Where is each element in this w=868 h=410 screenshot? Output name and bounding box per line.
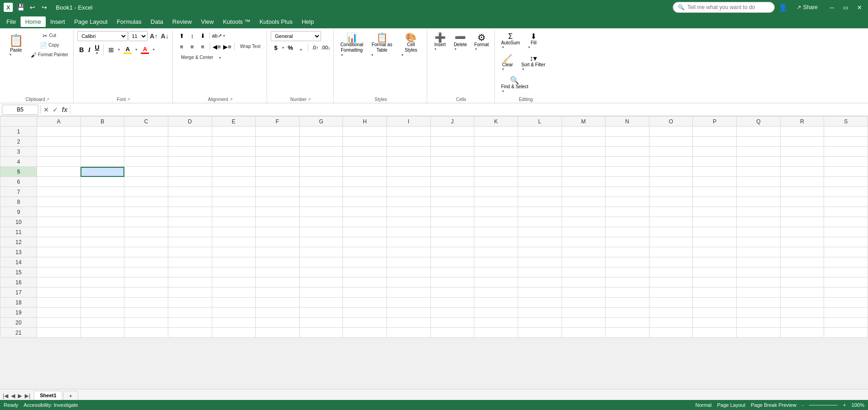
cell-H4[interactable] bbox=[343, 157, 387, 167]
cell-N12[interactable] bbox=[605, 237, 649, 247]
cell-Q15[interactable] bbox=[737, 267, 781, 277]
copy-button[interactable]: 📄 Copy bbox=[28, 41, 70, 50]
cell-A17[interactable] bbox=[37, 288, 81, 298]
cell-I2[interactable] bbox=[387, 137, 431, 147]
cell-S3[interactable] bbox=[824, 147, 868, 157]
row-header-14[interactable]: 14 bbox=[0, 257, 37, 267]
cell-J1[interactable] bbox=[430, 127, 474, 137]
cell-L18[interactable] bbox=[518, 298, 562, 308]
menu-home[interactable]: Home bbox=[21, 16, 46, 27]
cell-K12[interactable] bbox=[474, 237, 518, 247]
merge-center-dropdown[interactable]: ▾ bbox=[218, 53, 222, 62]
cell-R13[interactable] bbox=[780, 247, 824, 257]
cell-M12[interactable] bbox=[562, 237, 605, 247]
cell-D15[interactable] bbox=[168, 267, 212, 277]
cell-F13[interactable] bbox=[256, 247, 300, 257]
minimize-button[interactable]: ─ bbox=[827, 3, 837, 12]
cell-M11[interactable] bbox=[562, 227, 605, 237]
cell-Q1[interactable] bbox=[737, 127, 781, 137]
cell-P17[interactable] bbox=[693, 288, 737, 298]
formula-input[interactable] bbox=[72, 105, 866, 115]
cell-M16[interactable] bbox=[562, 277, 605, 288]
view-normal-button[interactable]: Normal bbox=[695, 402, 711, 408]
border-button[interactable]: ⊞ bbox=[106, 45, 116, 54]
cell-K5[interactable] bbox=[474, 167, 518, 177]
cell-J18[interactable] bbox=[430, 298, 474, 308]
cell-O11[interactable] bbox=[649, 227, 693, 237]
cell-C12[interactable] bbox=[124, 237, 168, 247]
add-sheet-button[interactable]: + bbox=[63, 391, 78, 400]
cell-J8[interactable] bbox=[430, 197, 474, 207]
cell-K16[interactable] bbox=[474, 277, 518, 288]
align-bottom-button[interactable]: ⬇ bbox=[198, 31, 208, 40]
cell-D6[interactable] bbox=[168, 177, 212, 187]
cell-L2[interactable] bbox=[518, 137, 562, 147]
cell-F16[interactable] bbox=[256, 277, 300, 288]
cell-F12[interactable] bbox=[256, 237, 300, 247]
cell-F3[interactable] bbox=[256, 147, 300, 157]
cell-styles-button[interactable]: 🎨 Cell Styles ▾ bbox=[398, 31, 424, 59]
cell-E13[interactable] bbox=[212, 247, 256, 257]
cell-C18[interactable] bbox=[124, 298, 168, 308]
cell-N5[interactable] bbox=[605, 167, 649, 177]
zoom-minus-button[interactable]: - bbox=[802, 402, 804, 408]
cond-fmt-dropdown[interactable]: ▾ bbox=[340, 53, 363, 57]
cell-M10[interactable] bbox=[562, 217, 605, 227]
cell-F9[interactable] bbox=[256, 207, 300, 217]
cell-R18[interactable] bbox=[780, 298, 824, 308]
row-header-21[interactable]: 21 bbox=[0, 328, 37, 338]
italic-button[interactable]: I bbox=[86, 45, 92, 54]
clear-button[interactable]: 🧹 Clear ▾ bbox=[498, 53, 517, 73]
cell-A19[interactable] bbox=[37, 308, 81, 318]
cell-G16[interactable] bbox=[299, 277, 343, 288]
cell-A11[interactable] bbox=[37, 227, 81, 237]
cell-A10[interactable] bbox=[37, 217, 81, 227]
menu-review[interactable]: Review bbox=[168, 16, 197, 27]
cell-S10[interactable] bbox=[824, 217, 868, 227]
cell-R16[interactable] bbox=[780, 277, 824, 288]
cell-D17[interactable] bbox=[168, 288, 212, 298]
autosum-button[interactable]: Σ AutoSum ▾ bbox=[498, 31, 523, 51]
cell-F5[interactable] bbox=[256, 167, 300, 177]
cell-L20[interactable] bbox=[518, 318, 562, 328]
cell-J10[interactable] bbox=[430, 217, 474, 227]
cell-N2[interactable] bbox=[605, 137, 649, 147]
cell-K13[interactable] bbox=[474, 247, 518, 257]
save-button[interactable]: 💾 bbox=[16, 3, 26, 12]
cell-O5[interactable] bbox=[649, 167, 693, 177]
decrease-font-button[interactable]: A↓ bbox=[160, 32, 170, 41]
cell-Q6[interactable] bbox=[737, 177, 781, 187]
merge-center-button[interactable]: Merge & Center bbox=[177, 53, 218, 62]
underline-dropdown[interactable]: ▾ bbox=[95, 51, 99, 55]
cell-D4[interactable] bbox=[168, 157, 212, 167]
cell-J5[interactable] bbox=[430, 167, 474, 177]
cell-S16[interactable] bbox=[824, 277, 868, 288]
cell-E17[interactable] bbox=[212, 288, 256, 298]
cell-O15[interactable] bbox=[649, 267, 693, 277]
col-header-D[interactable]: D bbox=[168, 117, 212, 127]
cell-S9[interactable] bbox=[824, 207, 868, 217]
cell-O19[interactable] bbox=[649, 308, 693, 318]
cell-D1[interactable] bbox=[168, 127, 212, 137]
row-header-6[interactable]: 6 bbox=[0, 177, 37, 187]
cell-B1[interactable] bbox=[80, 127, 124, 137]
cell-F7[interactable] bbox=[256, 187, 300, 197]
cell-K3[interactable] bbox=[474, 147, 518, 157]
cell-A18[interactable] bbox=[37, 298, 81, 308]
cell-L11[interactable] bbox=[518, 227, 562, 237]
cell-O20[interactable] bbox=[649, 318, 693, 328]
cell-S11[interactable] bbox=[824, 227, 868, 237]
cell-D5[interactable] bbox=[168, 167, 212, 177]
cell-C14[interactable] bbox=[124, 257, 168, 267]
cell-J6[interactable] bbox=[430, 177, 474, 187]
cell-F17[interactable] bbox=[256, 288, 300, 298]
row-header-5[interactable]: 5 bbox=[0, 167, 37, 177]
cell-K19[interactable] bbox=[474, 308, 518, 318]
col-header-A[interactable]: A bbox=[37, 117, 81, 127]
formula-confirm-button[interactable]: ✓ bbox=[52, 106, 59, 113]
cell-B9[interactable] bbox=[80, 207, 124, 217]
cell-H1[interactable] bbox=[343, 127, 387, 137]
cell-L21[interactable] bbox=[518, 328, 562, 338]
col-header-L[interactable]: L bbox=[518, 117, 562, 127]
cell-C8[interactable] bbox=[124, 197, 168, 207]
